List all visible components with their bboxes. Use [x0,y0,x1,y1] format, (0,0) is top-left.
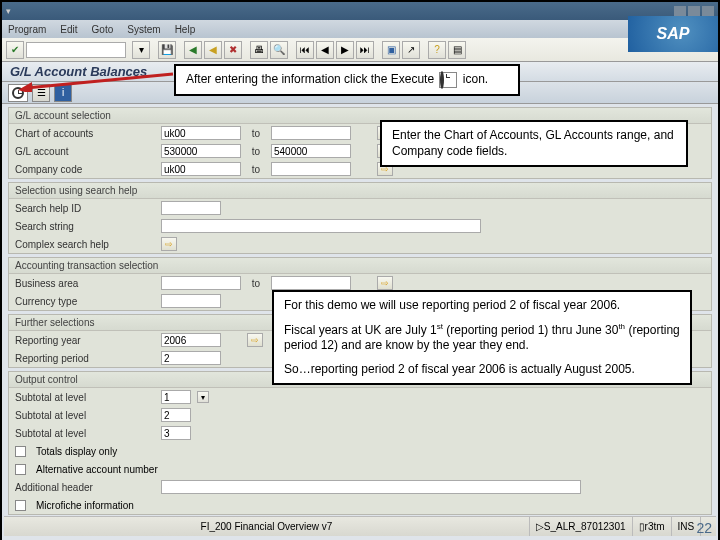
to-label: to [247,278,265,289]
checkbox-label: Totals display only [36,446,117,457]
additional-header[interactable] [161,480,581,494]
maximize-icon[interactable] [688,6,700,16]
field-label: Subtotal at level [15,392,155,403]
first-page-icon[interactable]: ⏮ [296,41,314,59]
command-field[interactable] [26,42,126,58]
company-code-from[interactable]: uk00 [161,162,241,176]
field-label: Complex search help [15,239,155,250]
business-area-from[interactable] [161,276,241,290]
new-session-icon[interactable]: ▣ [382,41,400,59]
save-icon[interactable]: 💾 [158,41,176,59]
arrow-annotation [18,70,178,92]
execute-icon [440,71,444,89]
window-menu-icon[interactable]: ▾ [6,6,11,16]
window-titlebar: ▾ [2,2,718,20]
company-code-to[interactable] [271,162,351,176]
search-help-id[interactable] [161,201,221,215]
layout-icon[interactable]: ▤ [448,41,466,59]
menu-edit[interactable]: Edit [60,24,77,35]
find-icon[interactable]: 🔍 [270,41,288,59]
menu-help[interactable]: Help [175,24,196,35]
chart-of-accounts-to[interactable] [271,126,351,140]
checkbox-label: Alternative account number [36,464,158,475]
group-header: Selection using search help [9,183,711,199]
search-string[interactable] [161,219,481,233]
multiple-selection-icon[interactable]: ⇨ [247,333,263,347]
svg-marker-1 [18,82,32,92]
back-icon[interactable]: ◀ [184,41,202,59]
field-label: Currency type [15,296,155,307]
next-page-icon[interactable]: ▶ [336,41,354,59]
menu-goto[interactable]: Goto [92,24,114,35]
callout-execute: After entering the information click the… [174,64,520,96]
svg-line-0 [26,74,173,88]
group-header: Accounting transaction selection [9,258,711,274]
gl-account-to[interactable]: 540000 [271,144,351,158]
last-page-icon[interactable]: ⏭ [356,41,374,59]
field-label: Company code [15,164,155,175]
currency-type[interactable] [161,294,221,308]
subtotal-level-2[interactable]: 2 [161,408,191,422]
to-label: to [247,146,265,157]
menu-program[interactable]: Program [8,24,46,35]
field-label: Reporting period [15,353,155,364]
totals-only-checkbox[interactable] [15,446,26,457]
business-area-to[interactable] [271,276,351,290]
minimize-icon[interactable] [674,6,686,16]
field-label: Business area [15,278,155,289]
menu-bar: Program Edit Goto System Help SAP [2,20,718,38]
reporting-period[interactable]: 2 [161,351,221,365]
slide-number: 22 [696,520,712,536]
field-label: Search string [15,221,155,232]
multiple-selection-icon[interactable]: ⇨ [377,276,393,290]
field-label: Search help ID [15,203,155,214]
complex-search-button[interactable]: ⇨ [161,237,177,251]
group-search-help: Selection using search help Search help … [8,182,712,254]
dropdown-icon[interactable]: ▾ [132,41,150,59]
help-icon[interactable]: ? [428,41,446,59]
field-label: Additional header [15,482,155,493]
callout-periods: For this demo we will use reporting peri… [272,290,692,385]
checkbox-label: Microfiche information [36,500,134,511]
alt-account-checkbox[interactable] [15,464,26,475]
subtotal-level-1[interactable]: 1 [161,390,191,404]
status-center: FI_200 Financial Overview v7 [4,521,529,532]
print-icon[interactable]: 🖶 [250,41,268,59]
prev-page-icon[interactable]: ◀ [316,41,334,59]
subtotal-level-3[interactable]: 3 [161,426,191,440]
gl-account-from[interactable]: 530000 [161,144,241,158]
field-label: G/L account [15,146,155,157]
status-bar: FI_200 Financial Overview v7 ▷ S_ALR_870… [4,516,716,536]
field-label: Reporting year [15,335,155,346]
cancel-icon[interactable]: ✖ [224,41,242,59]
exit-icon[interactable]: ◀ [204,41,222,59]
field-label: Chart of accounts [15,128,155,139]
shortcut-icon[interactable]: ↗ [402,41,420,59]
standard-toolbar: ✔ ▾ 💾 ◀ ◀ ✖ 🖶 🔍 ⏮ ◀ ▶ ⏭ ▣ ↗ ? ▤ [2,38,718,62]
reporting-year[interactable]: 2006 [161,333,221,347]
field-label: Subtotal at level [15,410,155,421]
callout-fields: Enter the Chart of Accounts, GL Accounts… [380,120,688,167]
microfiche-checkbox[interactable] [15,500,26,511]
status-client: ▯ r3tm [632,517,671,536]
sap-logo: SAP [628,16,718,52]
chart-of-accounts-from[interactable]: uk00 [161,126,241,140]
to-label: to [247,128,265,139]
menu-system[interactable]: System [127,24,160,35]
field-label: Subtotal at level [15,428,155,439]
group-output-control: Output control Subtotal at level1▾ Subto… [8,371,712,515]
enter-icon[interactable]: ✔ [6,41,24,59]
value-help-icon[interactable]: ▾ [197,391,209,403]
status-tcode: ▷ S_ALR_87012301 [529,517,632,536]
close-icon[interactable] [702,6,714,16]
to-label: to [247,164,265,175]
